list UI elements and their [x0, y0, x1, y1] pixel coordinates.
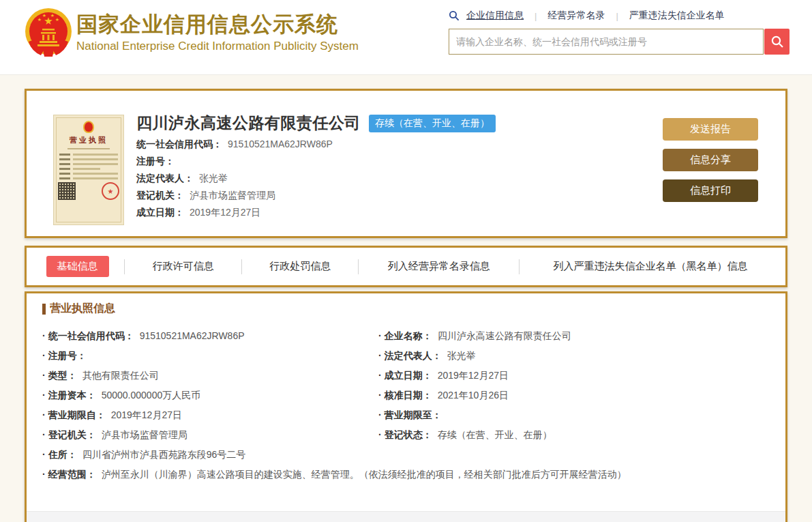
header-nav: 企业信用信息 | 经营异常名录 | 严重违法失信企业名单 — [449, 8, 788, 23]
tab-administrative-licensing[interactable]: 行政许可信息 — [143, 257, 224, 276]
tabs-card: 基础信息 行政许可信息 行政处罚信息 列入经营异常名录信息 列入严重违法失信企业… — [25, 246, 787, 287]
license-emblem-icon — [83, 121, 94, 133]
share-info-button[interactable]: 信息分享 — [663, 149, 758, 171]
license-seal-icon: ★ — [102, 182, 119, 200]
info-company-type: ·类型：其他有限责任公司 — [42, 366, 373, 386]
nav-link-abnormal-operations[interactable]: 经营异常名录 — [546, 10, 606, 22]
info-address: ·住所：四川省泸州市泸县西苑路东段96号二号 — [42, 445, 785, 465]
info-approval-date: ·核准日期：2021年10月26日 — [378, 386, 785, 405]
business-license-image[interactable]: 营业执照 ★ — [53, 115, 124, 225]
section-title: 营业执照信息 — [50, 302, 115, 316]
site-header: ★ ★ ★ ★ ★ 国家企业信用信息公示系统 National Enterpri… — [0, 0, 812, 75]
svg-text:★: ★ — [50, 13, 55, 18]
print-info-button[interactable]: 信息打印 — [663, 179, 758, 202]
nav-link-serious-violation-list[interactable]: 严重违法失信企业名单 — [628, 10, 726, 22]
tab-abnormal-operations-list[interactable]: 列入经营异常名录信息 — [378, 257, 500, 276]
site-title-zh: 国家企业信用信息公示系统 — [76, 12, 359, 38]
field-registration-number: 注册号： — [136, 153, 333, 170]
info-credit-code: ·统一社会信用代码：91510521MA62JRW86P — [42, 326, 373, 346]
tab-blacklist[interactable]: 列入严重违法失信企业名单（黑名单）信息 — [544, 257, 757, 276]
header-search-area: 企业信用信息 | 经营异常名录 | 严重违法失信企业名单 — [449, 8, 788, 55]
license-qr-code — [58, 182, 76, 200]
info-registration-number: ·注册号： — [42, 346, 373, 366]
info-establishment-date: ·成立日期：2019年12月27日 — [378, 366, 785, 386]
info-registration-authority: ·登记机关：泸县市场监督管理局 — [42, 425, 373, 445]
tab-administrative-penalty[interactable]: 行政处罚信息 — [260, 257, 340, 276]
nav-link-enterprise-credit[interactable]: 企业信用信息 — [465, 10, 525, 22]
search-icon — [449, 10, 460, 21]
svg-text:★: ★ — [37, 17, 42, 22]
status-badge: 存续（在营、开业、在册） — [369, 115, 496, 132]
tab-basic-info[interactable]: 基础信息 — [46, 256, 109, 277]
field-registration-authority: 登记机关：泸县市场监督管理局 — [136, 187, 333, 204]
info-business-scope: ·经营范围：泸州至永川（川渝界）高速公路项目的建设实施、经营管理。（依法须经批准… — [42, 465, 785, 484]
site-logo[interactable]: ★ ★ ★ ★ ★ — [23, 8, 74, 59]
field-legal-representative: 法定代表人：张光举 — [136, 170, 333, 187]
info-term-end: ·营业期限至： — [378, 405, 785, 425]
info-company-name: ·企业名称：四川泸永高速公路有限责任公司 — [378, 326, 785, 346]
info-registration-status: ·登记状态：存续（在营、开业、在册） — [378, 425, 785, 445]
site-title-en: National Enterprise Credit Information P… — [76, 40, 359, 53]
company-name: 四川泸永高速公路有限责任公司 — [136, 113, 361, 134]
license-caption: 营业执照 — [58, 135, 119, 145]
search-input[interactable] — [449, 29, 764, 55]
national-emblem-icon: ★ ★ ★ ★ ★ — [23, 8, 74, 59]
svg-text:★: ★ — [55, 17, 59, 22]
field-establishment-date: 成立日期：2019年12月27日 — [136, 204, 333, 221]
info-registered-capital: ·注册资本：50000.000000万人民币 — [42, 386, 373, 405]
svg-text:★: ★ — [42, 13, 46, 18]
search-button[interactable] — [764, 29, 790, 55]
search-icon — [770, 35, 784, 48]
send-report-button[interactable]: 发送报告 — [663, 118, 758, 141]
site-title-block: 国家企业信用信息公示系统 National Enterprise Credit … — [76, 12, 359, 53]
company-summary-fields: 统一社会信用代码：91510521MA62JRW86P 注册号： 法定代表人：张… — [136, 136, 333, 221]
license-info-card: 营业执照信息 ·统一社会信用代码：91510521MA62JRW86P ·注册号… — [25, 291, 787, 522]
field-credit-code: 统一社会信用代码：91510521MA62JRW86P — [136, 136, 333, 153]
nav-separator: | — [616, 11, 618, 21]
company-summary-card: 营业执照 ★ 四川泸永高速公路有限责任公司 存续（在营、开业、在册） 统一社会信… — [25, 89, 787, 238]
info-legal-representative: ·法定代表人：张光举 — [378, 346, 785, 366]
section-title-bar — [42, 304, 46, 315]
card-footer-strip — [27, 511, 785, 522]
nav-separator: | — [535, 11, 537, 21]
info-term-start: ·营业期限自：2019年12月27日 — [42, 405, 373, 425]
